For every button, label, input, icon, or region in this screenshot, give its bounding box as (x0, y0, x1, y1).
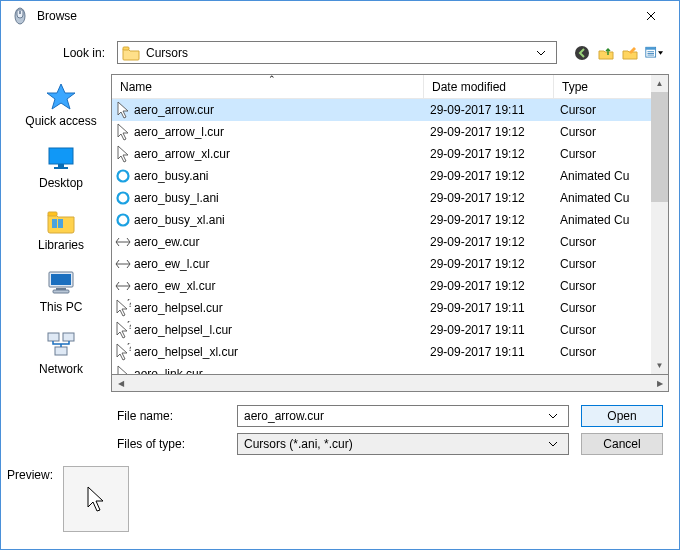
file-row[interactable]: aero_arrow.cur29-09-2017 19:11Cursor (112, 99, 668, 121)
svg-text:?: ? (127, 321, 131, 332)
filter-value: Cursors (*.ani, *.cur) (244, 437, 548, 451)
chevron-down-icon (536, 50, 552, 56)
file-list: aero_arrow.cur29-09-2017 19:11Cursoraero… (112, 99, 668, 374)
place-desktop[interactable]: Desktop (17, 142, 105, 190)
scroll-up-icon[interactable]: ▲ (651, 75, 668, 92)
file-name: aero_helpsel_xl.cur (132, 345, 424, 359)
file-row[interactable]: aero_busy.ani29-09-2017 19:12Animated Cu (112, 165, 668, 187)
close-button[interactable] (631, 2, 671, 30)
file-type-icon (112, 259, 132, 269)
place-label: This PC (40, 300, 83, 314)
svg-rect-5 (646, 47, 656, 49)
up-one-level-button[interactable] (597, 44, 615, 62)
place-label: Network (39, 362, 83, 376)
file-date: 29-09-2017 19:12 (424, 235, 554, 249)
file-name: aero_ew_xl.cur (132, 279, 424, 293)
svg-rect-2 (123, 47, 129, 50)
quick-access-icon (45, 80, 77, 112)
file-date: 29-09-2017 19:12 (424, 125, 554, 139)
svg-point-23 (118, 193, 129, 204)
file-row[interactable]: ?aero_helpsel_xl.cur29-09-2017 19:11Curs… (112, 341, 668, 363)
chevron-down-icon (548, 441, 562, 447)
preview-label: Preview: (7, 466, 53, 482)
file-row[interactable]: ?aero_helpsel.cur29-09-2017 19:11Cursor (112, 297, 668, 319)
nav-back-button[interactable] (573, 44, 591, 62)
svg-rect-9 (49, 148, 73, 164)
scroll-thumb[interactable] (651, 92, 668, 202)
file-date: 29-09-2017 19:12 (424, 257, 554, 271)
cancel-button[interactable]: Cancel (581, 433, 663, 455)
file-row[interactable]: aero_ew.cur29-09-2017 19:12Cursor (112, 231, 668, 253)
close-icon (646, 11, 656, 21)
filename-value: aero_arrow.cur (244, 409, 548, 423)
filename-input[interactable]: aero_arrow.cur (237, 405, 569, 427)
svg-rect-20 (63, 333, 74, 341)
folder-icon (122, 44, 140, 62)
place-label: Libraries (38, 238, 84, 252)
svg-text:?: ? (127, 299, 131, 310)
file-date: 29-09-2017 19:12 (424, 213, 554, 227)
svg-rect-13 (52, 219, 57, 228)
filter-combo[interactable]: Cursors (*.ani, *.cur) (237, 433, 569, 455)
file-type-icon: ? (112, 343, 132, 361)
file-row[interactable]: aero_busy_xl.ani29-09-2017 19:12Animated… (112, 209, 668, 231)
file-date: 29-09-2017 19:12 (424, 147, 554, 161)
scroll-left-icon[interactable]: ◀ (112, 379, 129, 388)
app-icon (11, 7, 29, 25)
desktop-icon (45, 142, 77, 174)
file-name: aero_busy_xl.ani (132, 213, 424, 227)
scroll-down-icon[interactable]: ▼ (651, 357, 668, 374)
network-icon (45, 328, 77, 360)
scroll-right-icon[interactable]: ▶ (651, 379, 668, 388)
file-type-icon (112, 281, 132, 291)
column-date-modified[interactable]: Date modified (424, 75, 554, 99)
file-date: 29-09-2017 19:11 (424, 323, 554, 337)
file-date: 29-09-2017 19:12 (424, 279, 554, 293)
file-row[interactable]: ?aero_helpsel_l.cur29-09-2017 19:11Curso… (112, 319, 668, 341)
file-row[interactable]: aero_busy_l.ani29-09-2017 19:12Animated … (112, 187, 668, 209)
place-network[interactable]: Network (17, 328, 105, 376)
svg-rect-7 (647, 53, 654, 54)
filename-label: File name: (117, 409, 225, 423)
open-button[interactable]: Open (581, 405, 663, 427)
svg-rect-8 (647, 54, 654, 55)
file-name: aero_helpsel_l.cur (132, 323, 424, 337)
svg-rect-1 (19, 11, 21, 14)
svg-point-24 (118, 215, 129, 226)
horizontal-scrollbar[interactable]: ◀ ▶ (111, 375, 669, 392)
vertical-scrollbar[interactable]: ▲ ▼ (651, 75, 668, 374)
svg-rect-21 (55, 347, 67, 355)
place-quick-access[interactable]: Quick access (17, 80, 105, 128)
file-name: aero_link.cur (132, 367, 424, 374)
place-this-pc[interactable]: This PC (17, 266, 105, 314)
file-row[interactable]: aero_link.cur (112, 363, 668, 374)
svg-rect-18 (53, 290, 69, 293)
lookin-label: Look in: (17, 46, 111, 60)
file-row[interactable]: aero_ew_xl.cur29-09-2017 19:12Cursor (112, 275, 668, 297)
svg-rect-11 (54, 167, 68, 169)
libraries-icon (45, 204, 77, 236)
file-type-icon (112, 237, 132, 247)
file-row[interactable]: aero_arrow_l.cur29-09-2017 19:12Cursor (112, 121, 668, 143)
file-row[interactable]: aero_ew_l.cur29-09-2017 19:12Cursor (112, 253, 668, 275)
places-bar: Quick accessDesktopLibrariesThis PCNetwo… (11, 74, 111, 392)
file-date: 29-09-2017 19:11 (424, 345, 554, 359)
place-label: Desktop (39, 176, 83, 190)
file-row[interactable]: aero_arrow_xl.cur29-09-2017 19:12Cursor (112, 143, 668, 165)
svg-rect-12 (48, 212, 57, 216)
svg-rect-10 (58, 164, 64, 167)
svg-rect-19 (48, 333, 59, 341)
new-folder-button[interactable] (621, 44, 639, 62)
view-menu-button[interactable] (645, 44, 663, 62)
place-libraries[interactable]: Libraries (17, 204, 105, 252)
lookin-toolbar (563, 44, 663, 62)
title-bar: Browse (1, 1, 679, 31)
svg-rect-16 (51, 274, 71, 285)
lookin-combo[interactable]: Cursors (117, 41, 557, 64)
file-name: aero_arrow_xl.cur (132, 147, 424, 161)
place-label: Quick access (25, 114, 96, 128)
sort-indicator-icon: ⌃ (268, 74, 276, 84)
file-list-pane: ⌃ Name Date modified Type aero_arrow.cur… (111, 74, 669, 375)
file-type-icon: ? (112, 299, 132, 317)
cursor-arrow-icon (86, 485, 106, 513)
